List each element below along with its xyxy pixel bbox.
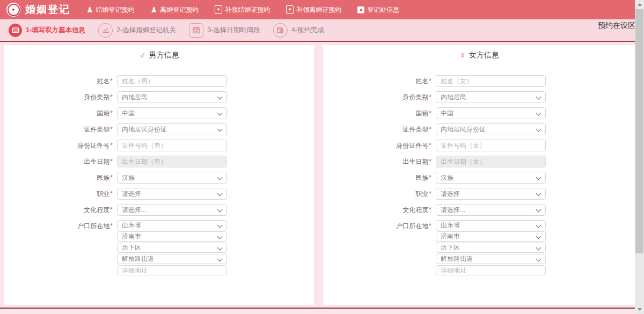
female-occupation-label: 职业* xyxy=(351,188,436,200)
id-card-icon xyxy=(9,24,22,37)
chevron-down-icon xyxy=(536,207,541,213)
menu-reissue-divorce-cert[interactable]: ♥补领离婚证预约 xyxy=(286,5,341,14)
male-birth-date-label: 出生日期* xyxy=(32,156,117,167)
female-address-street-select[interactable]: 解放路街道 xyxy=(436,254,546,264)
male-identity-category-select[interactable]: 内地居民 xyxy=(117,91,227,103)
male-education-label: 文化程度* xyxy=(32,204,117,216)
female-name-input[interactable] xyxy=(436,75,546,87)
chevron-down-icon xyxy=(536,191,541,196)
female-identity-category-row: 身份类别*内地居民 xyxy=(351,91,635,103)
step-3-choose-datetime-label: 3-选择日期时间段 xyxy=(207,26,260,35)
app-logo-icon[interactable]: ♥ xyxy=(6,3,20,17)
female-identity-category-select[interactable]: 内地居民 xyxy=(436,91,546,103)
male-name-row: 姓名* xyxy=(32,75,314,87)
chevron-down-icon xyxy=(536,175,541,180)
required-asterisk: * xyxy=(110,206,113,214)
female-id-number-row: 身份证件号* xyxy=(351,140,635,151)
required-asterisk: * xyxy=(110,126,113,133)
male-address-street-select[interactable]: 解放路街道 xyxy=(117,254,227,264)
female-address-district-select-value: 历下区 xyxy=(441,244,460,251)
topbar: ♥ 婚姻登记 ♟结婚登记预约♟离婚登记预约♥补领结婚证预约♥补领离婚证预约▲登记… xyxy=(0,0,644,19)
male-ethnicity-select[interactable]: 汉族 xyxy=(117,172,227,184)
step-2-choose-registry-label: 2-选择婚姻登记机关 xyxy=(116,26,176,35)
male-id-type-select[interactable]: 内地居民身份证 xyxy=(117,123,227,135)
menu-reissue-divorce-cert-label: 补领离婚证预约 xyxy=(296,5,341,14)
chevron-down-icon xyxy=(217,175,223,180)
menu-divorce-registration[interactable]: ♟离婚登记预约 xyxy=(151,5,199,14)
chevron-down-icon xyxy=(217,111,223,116)
chevron-down-icon xyxy=(217,207,223,213)
male-address-street-select-value: 解放路街道 xyxy=(122,255,154,262)
female-id-type-select[interactable]: 内地居民身份证 xyxy=(436,123,546,135)
male-id-number-label: 身份证件号* xyxy=(32,140,117,151)
male-address-detail-input[interactable] xyxy=(117,265,227,275)
female-id-type-row: 证件类型*内地居民身份证 xyxy=(351,123,635,135)
menu-marriage-registration[interactable]: ♟结婚登记预约 xyxy=(86,5,135,14)
step-4-complete[interactable]: 4-预约完成 xyxy=(273,23,324,38)
male-id-number-input[interactable] xyxy=(117,140,227,151)
female-address-detail-input[interactable] xyxy=(436,265,546,275)
scroll-down-button[interactable] xyxy=(635,305,644,314)
male-address-district-select[interactable]: 历下区 xyxy=(117,243,227,253)
female-birth-date-input xyxy=(436,156,546,167)
male-address-city-select[interactable]: 济南市 xyxy=(117,231,227,242)
chevron-down-icon xyxy=(536,94,541,100)
required-asterisk: * xyxy=(429,77,431,85)
step-2-choose-registry[interactable]: 2-选择婚姻登记机关 xyxy=(98,23,176,38)
female-address-city-select[interactable]: 济南市 xyxy=(436,231,546,242)
brand: ♥ 婚姻登记 xyxy=(6,3,86,17)
chevron-down-icon xyxy=(217,257,223,262)
male-education-select[interactable]: 请选择... xyxy=(117,204,227,216)
female-id-number-input[interactable] xyxy=(436,140,546,151)
female-gender-icon: ♀ xyxy=(459,51,466,60)
arrow-down-icon xyxy=(638,308,642,311)
inbox-check-icon xyxy=(98,23,113,38)
menu-divorce-registration-label: 离婚登记预约 xyxy=(160,5,199,14)
chevron-down-icon xyxy=(217,94,223,100)
male-address-district-select-value: 历下区 xyxy=(122,244,141,251)
female-address-district-select[interactable]: 历下区 xyxy=(436,243,546,253)
topbar-menu: ♟结婚登记预约♟离婚登记预约♥补领结婚证预约♥补领离婚证预约▲登记处信息 xyxy=(86,5,399,14)
menu-reissue-marriage-cert-label: 补领结婚证预约 xyxy=(225,5,270,14)
female-address-province-select[interactable]: 山东省 xyxy=(436,220,546,230)
male-occupation-select-value: 请选择 xyxy=(122,190,141,198)
male-address-province-select[interactable]: 山东省 xyxy=(117,220,227,230)
female-household-address-row: 户口所在地*山东省济南市历下区解放路街道 xyxy=(351,220,635,276)
chevron-down-icon xyxy=(217,234,223,239)
male-info-panel: ♂男方信息姓名*身份类别*内地居民国籍*中国证件类型*内地居民身份证身份证件号*… xyxy=(4,45,314,305)
male-nationality-select[interactable]: 中国 xyxy=(117,107,227,119)
male-ethnicity-label: 民族* xyxy=(32,172,117,184)
scrollbar-thumb[interactable] xyxy=(635,9,643,253)
menu-reissue-marriage-cert[interactable]: ♥补领结婚证预约 xyxy=(215,5,270,14)
info-box-icon: ▲ xyxy=(357,6,364,13)
female-occupation-select-value: 请选择 xyxy=(441,190,460,198)
male-occupation-row: 职业*请选择 xyxy=(32,188,314,200)
female-ethnicity-select[interactable]: 汉族 xyxy=(436,172,546,184)
female-education-select[interactable]: 请选择... xyxy=(436,204,546,216)
female-address-province-select-value: 山东省 xyxy=(441,221,460,229)
scroll-up-button[interactable] xyxy=(635,0,644,9)
female-birth-date-label: 出生日期* xyxy=(351,156,436,167)
menu-registry-info[interactable]: ▲登记处信息 xyxy=(357,5,399,14)
female-nationality-row: 国籍*中国 xyxy=(351,107,635,119)
step-3-choose-datetime[interactable]: 3-选择日期时间段 xyxy=(189,23,260,38)
male-nationality-label: 国籍* xyxy=(32,107,117,119)
female-occupation-select[interactable]: 请选择 xyxy=(436,188,546,200)
male-name-input[interactable] xyxy=(117,75,227,87)
required-asterisk: * xyxy=(110,109,113,117)
female-ethnicity-select-value: 汉族 xyxy=(441,174,453,181)
female-name-label: 姓名* xyxy=(351,75,436,87)
required-asterisk: * xyxy=(110,174,113,181)
required-asterisk: * xyxy=(429,206,431,214)
certificate-heart-icon: ♥ xyxy=(215,5,222,14)
stamp-icon: ♟ xyxy=(151,6,158,13)
step-1-basic-info[interactable]: 1-填写双方基本信息 xyxy=(9,24,85,37)
menu-marriage-registration-label: 结婚登记预约 xyxy=(96,5,135,14)
male-occupation-select[interactable]: 请选择 xyxy=(117,188,227,200)
vertical-scrollbar[interactable] xyxy=(635,0,644,314)
chevron-down-icon xyxy=(217,191,223,196)
required-asterisk: * xyxy=(110,77,113,85)
female-nationality-select[interactable]: 中国 xyxy=(436,107,546,119)
female-education-row: 文化程度*请选择... xyxy=(351,204,635,216)
required-asterisk: * xyxy=(429,126,431,133)
